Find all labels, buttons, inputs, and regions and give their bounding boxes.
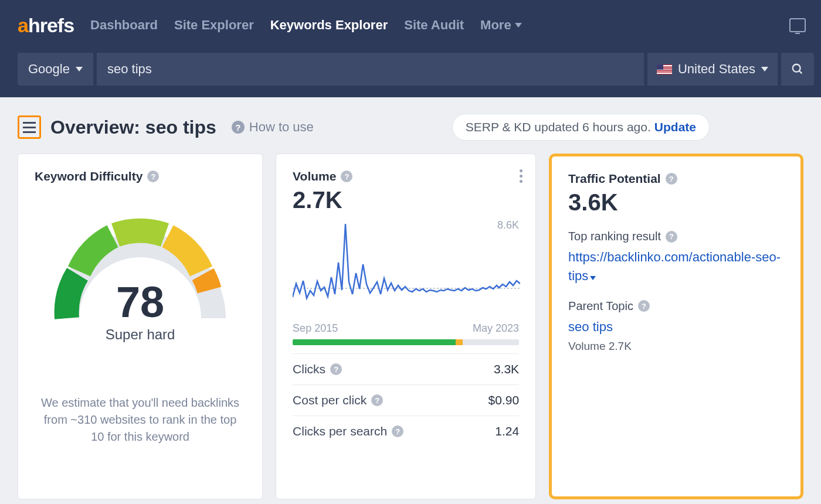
- top-nav: ahrefs Dashboard Site Explorer Keywords …: [0, 0, 821, 50]
- chevron-down-icon: [590, 276, 596, 280]
- metric-label: Clicks: [293, 362, 325, 376]
- top-result-link[interactable]: https://backlinko.com/actionable-seo-tip…: [568, 248, 784, 285]
- tp-label: Traffic Potential?: [568, 172, 784, 186]
- metric-row: Clicks?3.3K: [293, 353, 519, 384]
- kd-label: Keyword Difficulty?: [35, 169, 246, 183]
- svg-line-1: [799, 71, 802, 74]
- parent-topic-volume: Volume 2.7K: [568, 340, 784, 353]
- engine-select[interactable]: Google: [18, 53, 93, 86]
- how-to-use-label: How to use: [249, 120, 314, 135]
- progress-yellow: [456, 339, 463, 345]
- chevron-down-icon: [761, 67, 768, 71]
- parent-topic-heading: Parent Topic?: [568, 299, 784, 313]
- volume-label-text: Volume: [293, 169, 336, 183]
- parent-topic-label: Parent Topic: [568, 299, 633, 313]
- search-button[interactable]: [781, 53, 814, 86]
- chevron-down-icon: [76, 67, 83, 71]
- logo-a: a: [18, 14, 28, 36]
- parent-topic-link[interactable]: seo tips: [568, 318, 784, 336]
- page-header: Overview: seo tips ?How to use SERP & KD…: [0, 97, 821, 154]
- kd-gauge: 78 Super hard: [43, 207, 237, 324]
- metric-row: Cost per click?$0.90: [293, 384, 519, 416]
- help-icon[interactable]: ?: [666, 173, 677, 185]
- help-icon[interactable]: ?: [638, 300, 650, 312]
- country-label: United States: [678, 62, 755, 77]
- update-link[interactable]: Update: [654, 120, 696, 134]
- top-result-label: Top ranking result: [568, 230, 661, 243]
- nav-site-explorer[interactable]: Site Explorer: [174, 18, 254, 33]
- top-result-url: https://backlinko.com/actionable-seo-tip…: [568, 250, 781, 283]
- card-traffic-potential: Traffic Potential? 3.6K Top ranking resu…: [549, 154, 803, 499]
- volume-label: Volume?: [293, 169, 519, 183]
- help-icon[interactable]: ?: [666, 231, 677, 243]
- nav-keywords-explorer[interactable]: Keywords Explorer: [270, 18, 388, 33]
- nav-dashboard[interactable]: Dashboard: [90, 18, 158, 33]
- help-icon: ?: [232, 121, 245, 134]
- metric-value: 1.24: [495, 424, 519, 438]
- metric-label: Clicks per search: [293, 424, 387, 438]
- volume-max: 8.6K: [497, 219, 519, 231]
- logo: ahrefs: [18, 14, 74, 37]
- us-flag-icon: [657, 64, 672, 74]
- keyword-value: seo tips: [107, 62, 152, 77]
- progress-green: [293, 339, 456, 345]
- range-end: May 2023: [473, 322, 519, 335]
- tp-label-text: Traffic Potential: [568, 172, 661, 186]
- help-icon[interactable]: ?: [330, 363, 342, 375]
- volume-sparkline: 8.6K: [293, 219, 519, 319]
- nav-more[interactable]: More: [480, 18, 522, 33]
- kd-score: 78: [43, 277, 237, 327]
- search-bar: Google seo tips United States: [0, 50, 821, 97]
- kd-level: Super hard: [43, 326, 237, 343]
- country-select[interactable]: United States: [647, 53, 778, 86]
- how-to-use-link[interactable]: ?How to use: [232, 120, 314, 135]
- sparkline-chart: [293, 219, 520, 313]
- card-volume: Volume? 2.7K 8.6K Sep 2015 May 2023 Clic…: [276, 154, 536, 499]
- nav-site-audit[interactable]: Site Audit: [404, 18, 464, 33]
- logo-rest: hrefs: [28, 14, 74, 36]
- card-keyword-difficulty: Keyword Difficulty? 78 Super hard We est…: [18, 154, 263, 499]
- card-menu-button[interactable]: [520, 169, 523, 183]
- volume-progress: [293, 339, 519, 345]
- monitor-icon[interactable]: [789, 18, 806, 32]
- top-result-heading: Top ranking result?: [568, 230, 784, 243]
- volume-date-range: Sep 2015 May 2023: [293, 322, 519, 335]
- page-title: Overview: seo tips: [50, 117, 216, 138]
- chevron-down-icon: [515, 23, 522, 28]
- range-start: Sep 2015: [293, 322, 338, 335]
- engine-label: Google: [28, 62, 70, 77]
- help-icon[interactable]: ?: [371, 394, 383, 406]
- metric-label: Cost per click: [293, 393, 367, 407]
- volume-value: 2.7K: [293, 187, 519, 213]
- metric-value: $0.90: [488, 393, 520, 407]
- kd-note: We estimate that you'll need backlinks f…: [35, 394, 246, 445]
- metric-row: Clicks per search?1.24: [293, 416, 519, 447]
- cards-row: Keyword Difficulty? 78 Super hard We est…: [0, 154, 821, 499]
- metric-value: 3.3K: [494, 362, 519, 376]
- sidebar-toggle[interactable]: [18, 115, 41, 139]
- help-icon[interactable]: ?: [147, 171, 159, 182]
- search-icon: [791, 63, 804, 76]
- update-status: SERP & KD updated 6 hours ago. Update: [452, 114, 710, 141]
- help-icon[interactable]: ?: [392, 425, 403, 437]
- help-icon[interactable]: ?: [341, 171, 352, 182]
- kd-label-text: Keyword Difficulty: [35, 169, 143, 183]
- tp-value: 3.6K: [568, 189, 784, 216]
- svg-point-0: [793, 64, 800, 72]
- nav-more-label: More: [480, 18, 511, 33]
- keyword-input[interactable]: seo tips: [97, 53, 644, 86]
- update-text: SERP & KD updated 6 hours ago.: [466, 120, 651, 134]
